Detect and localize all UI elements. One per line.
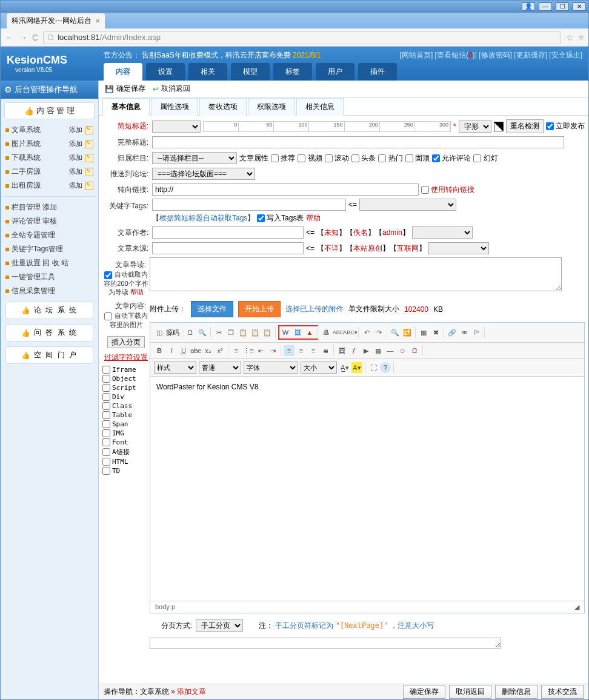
add-link[interactable]: 添加 xyxy=(69,153,82,162)
pdf-icon[interactable]: ▲ xyxy=(304,327,315,338)
category-select[interactable]: --请选择栏目-- xyxy=(152,152,237,164)
cancel-button[interactable]: ↩取消返回 xyxy=(153,84,190,94)
source-opt-unknown[interactable]: 不详 xyxy=(324,244,339,253)
filter-object[interactable] xyxy=(102,375,110,383)
bottom-cancel-button[interactable]: 取消返回 xyxy=(449,685,491,699)
edit-icon[interactable] xyxy=(85,126,93,134)
paste-word-icon[interactable]: 📋 xyxy=(262,327,273,338)
tab-tags[interactable]: 标签 xyxy=(273,63,312,81)
cut-icon[interactable]: ✂ xyxy=(213,327,224,338)
minimize-button[interactable]: — xyxy=(539,2,552,11)
top-link-logout[interactable]: [安全退出] xyxy=(549,51,582,59)
replace-icon[interactable]: 🔁 xyxy=(402,327,413,338)
outdent-icon[interactable]: ⇤ xyxy=(255,345,266,356)
edit-icon[interactable] xyxy=(85,154,93,162)
help-link[interactable]: 帮助 xyxy=(130,288,144,296)
tab-settings[interactable]: 设置 xyxy=(146,63,185,81)
intro-textarea[interactable] xyxy=(150,257,562,291)
sidebar-btn-forum[interactable]: 👍论 坛 系 统 xyxy=(5,302,93,319)
sup-icon[interactable]: x² xyxy=(215,345,225,356)
form-tab-related[interactable]: 相关信息 xyxy=(296,98,344,116)
source-input[interactable] xyxy=(152,242,304,254)
nav-reload-button[interactable]: C xyxy=(32,33,38,42)
dupcheck-button[interactable]: 重名检测 xyxy=(506,119,544,133)
edit-icon[interactable] xyxy=(85,168,93,176)
filter-script[interactable] xyxy=(102,384,110,392)
link-icon[interactable]: 🔗 xyxy=(447,327,458,338)
source-select[interactable] xyxy=(428,242,489,254)
write-tags-checkbox[interactable]: 写入Tags表 xyxy=(257,214,304,222)
attr-recommend[interactable]: 推荐 xyxy=(271,153,295,163)
smiley-icon[interactable]: ☺ xyxy=(397,345,408,356)
help-icon[interactable]: ? xyxy=(380,362,391,373)
sidebar-btn-qa[interactable]: 👍问 答 系 统 xyxy=(5,324,93,342)
author-opt-anon[interactable]: 佚名 xyxy=(353,228,368,237)
media-icon[interactable]: ▶ xyxy=(361,345,371,356)
redo-icon[interactable]: ↷ xyxy=(373,327,384,338)
color-picker-icon[interactable] xyxy=(494,122,504,131)
flag-icon[interactable]: 🏳 xyxy=(471,327,482,338)
edit-icon[interactable] xyxy=(85,182,93,190)
source-opt-internet[interactable]: 互联网 xyxy=(397,244,419,253)
selectall-icon[interactable]: ▦ xyxy=(418,327,429,338)
bottom-save-button[interactable]: 确定保存 xyxy=(403,685,445,699)
bookmark-icon[interactable]: ☆ xyxy=(566,33,574,42)
bgcolor-icon[interactable]: A▾ xyxy=(351,362,362,373)
top-link-cache[interactable]: [更新缓存] xyxy=(514,51,547,59)
sidebar-btn-space[interactable]: 👍空 间 门 户 xyxy=(5,346,93,364)
attr-slide[interactable]: 幻灯 xyxy=(473,153,497,163)
nav-forward-button[interactable]: → xyxy=(19,33,27,42)
form-tab-sign[interactable]: 签收选项 xyxy=(199,98,247,116)
author-select[interactable] xyxy=(412,226,473,239)
auto-download-checkbox[interactable]: 自动下载内容里的图片 xyxy=(104,312,147,328)
align-justify-icon[interactable]: ≣ xyxy=(320,345,331,356)
nav-back-button[interactable]: ← xyxy=(5,33,14,42)
image-insert-icon[interactable]: 🖼 xyxy=(336,345,347,356)
menu-icon[interactable]: ≡ xyxy=(579,33,584,42)
spell-icon[interactable]: ABC xyxy=(333,327,344,338)
undo-icon[interactable]: ↶ xyxy=(361,327,372,338)
tab-model[interactable]: 模型 xyxy=(231,63,270,81)
attr-video[interactable]: 视频 xyxy=(298,153,322,163)
title-prefix-select[interactable] xyxy=(152,121,201,133)
browser-tab[interactable]: 科汛网络开发---网站后台 ✕ xyxy=(7,13,105,28)
form-tab-attr[interactable]: 属性选项 xyxy=(151,98,198,116)
align-center-icon[interactable]: ≡ xyxy=(296,345,307,356)
font-select[interactable]: 字体 xyxy=(244,362,298,374)
filter-img[interactable] xyxy=(102,429,110,437)
start-upload-button[interactable]: 开始上传 xyxy=(238,301,281,317)
sidebar-item[interactable]: 评论管理 审核 xyxy=(4,214,95,228)
paste-icon[interactable]: 📋 xyxy=(238,327,248,338)
attr-hot[interactable]: 热门 xyxy=(378,153,402,163)
source-button[interactable]: ◫ xyxy=(154,327,165,338)
textcolor-icon[interactable]: A̲▾ xyxy=(339,362,350,373)
tags-select[interactable] xyxy=(359,199,456,211)
bottom-support-button[interactable]: 技术交流 xyxy=(541,685,584,699)
tags-input[interactable] xyxy=(152,199,346,211)
filter-table[interactable] xyxy=(102,411,110,419)
flash-icon[interactable]: ƒ xyxy=(348,345,359,356)
spell2-icon[interactable]: ABC▾ xyxy=(345,327,356,338)
tab-content[interactable]: 内容 xyxy=(104,63,142,81)
maximize-button[interactable]: ☐ xyxy=(556,2,569,11)
attr-sticky[interactable]: 固顶 xyxy=(405,153,430,163)
table-icon[interactable]: ▦ xyxy=(373,345,384,356)
bold-icon[interactable]: B xyxy=(154,345,165,356)
use-redirect-checkbox[interactable]: 使用转向链接 xyxy=(421,185,474,195)
tab-users[interactable]: 用户 xyxy=(316,63,354,81)
filter-td[interactable] xyxy=(102,467,110,475)
filter-font[interactable] xyxy=(102,438,110,446)
strike-icon[interactable]: abc xyxy=(190,345,201,356)
sidebar-item-secondhand[interactable]: 二手房源添加 xyxy=(4,165,95,179)
editor-canvas[interactable]: WordPaster for Kesion CMS V8 xyxy=(150,377,584,601)
sidebar-item[interactable]: 信息采集管理 xyxy=(4,284,95,298)
save-button[interactable]: 💾确定保存 xyxy=(105,84,145,94)
add-link[interactable]: 添加 xyxy=(69,167,82,176)
pager-textarea[interactable] xyxy=(150,638,501,649)
auto-tags-button[interactable]: 根据简短标题自动获取Tags xyxy=(159,214,247,222)
close-button[interactable]: ✕ xyxy=(573,2,586,11)
sidebar-item-download[interactable]: 下载系统添加 xyxy=(4,151,95,165)
insert-page-button[interactable]: 插入分页 xyxy=(107,336,145,348)
filter-span[interactable] xyxy=(102,420,110,428)
redirect-input[interactable] xyxy=(152,183,419,196)
